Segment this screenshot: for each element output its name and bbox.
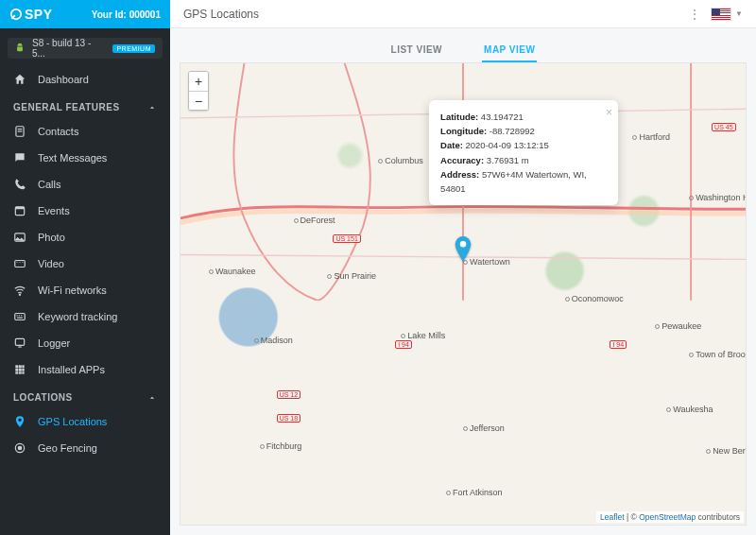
svg-rect-13 <box>17 315 18 316</box>
route-shield: I 94 <box>610 340 627 349</box>
svg-point-8 <box>17 262 18 263</box>
route-shield: US 18 <box>277 414 301 423</box>
sidebar-item-calls[interactable]: Calls <box>0 171 170 198</box>
sms-icon <box>13 151 26 164</box>
sidebar-item-label: Wi-Fi networks <box>38 285 107 296</box>
sidebar-item-video[interactable]: Video <box>0 250 170 277</box>
wifi-icon <box>13 284 26 297</box>
event-icon <box>13 204 26 217</box>
apps-icon <box>13 363 26 376</box>
us-flag-icon <box>711 8 731 21</box>
city-label: Fitchburg <box>260 441 302 451</box>
svg-rect-16 <box>17 318 23 319</box>
language-selector[interactable]: ▼ <box>711 8 743 21</box>
sidebar-item-contacts[interactable]: Contacts <box>0 118 170 145</box>
map-container[interactable]: MadisonDeForestWaunakeeSun PrairieFitchb… <box>180 62 747 526</box>
city-label: DeForest <box>294 216 335 225</box>
svg-rect-14 <box>19 315 20 316</box>
zoom-controls: + − <box>188 71 209 111</box>
sidebar-item-label: Calls <box>38 179 60 190</box>
sidebar-item-label: Dashboard <box>38 74 89 85</box>
sidebar-item-label: Video <box>38 258 64 269</box>
caret-down-icon: ▼ <box>735 9 743 18</box>
sidebar: SPY Your Id: 000001 S8 - build 13 - 5...… <box>0 0 170 535</box>
svg-rect-20 <box>19 365 22 368</box>
keyboard-icon <box>13 310 26 323</box>
svg-rect-21 <box>22 365 24 368</box>
logo-icon <box>9 8 23 21</box>
route-shield: US 151 <box>333 234 360 243</box>
sidebar-item-dashboard[interactable]: Dashboard <box>0 66 170 93</box>
city-label: Lake Mills <box>401 331 445 340</box>
route-shield: US 12 <box>277 390 301 399</box>
android-icon <box>15 43 25 54</box>
svg-rect-15 <box>21 315 22 316</box>
sidebar-item-label: Installed APPs <box>38 364 105 375</box>
svg-rect-27 <box>22 371 24 373</box>
call-icon <box>13 178 26 191</box>
brand-logo: SPY <box>9 7 53 22</box>
city-label: Hartford <box>632 132 670 142</box>
svg-rect-22 <box>15 369 18 371</box>
city-label: Waukesha <box>666 405 713 414</box>
sidebar-item-wifi[interactable]: Wi-Fi networks <box>0 277 170 303</box>
svg-rect-7 <box>15 261 26 268</box>
device-selector[interactable]: S8 - build 13 - 5... PREMIUM <box>8 38 163 59</box>
popup-close-button[interactable]: × <box>606 104 612 122</box>
sidebar-item-label: Contacts <box>38 126 78 137</box>
brand-bar: SPY Your Id: 000001 <box>0 0 170 28</box>
sidebar-item-events[interactable]: Events <box>0 198 170 224</box>
sidebar-item-text-messages[interactable]: Text Messages <box>0 145 170 171</box>
zoom-in-button[interactable]: + <box>189 72 208 91</box>
svg-rect-12 <box>15 314 26 320</box>
section-general-features[interactable]: GENERAL FEATURES <box>0 93 170 118</box>
sidebar-item-label: Geo Fencing <box>38 442 97 454</box>
svg-point-10 <box>22 262 23 263</box>
tab-map-view[interactable]: MAP VIEW <box>482 39 537 62</box>
leaflet-link[interactable]: Leaflet <box>600 512 625 522</box>
sidebar-item-keyword-tracking[interactable]: Keyword tracking <box>0 303 170 330</box>
svg-rect-5 <box>15 207 24 209</box>
city-label: Town of Brookfield <box>689 350 747 359</box>
location-marker[interactable] <box>454 236 472 267</box>
sidebar-item-photo[interactable]: Photo <box>0 224 170 250</box>
popup-accuracy: 3.76931 m <box>487 155 529 165</box>
topbar: GPS Locations ⋮ ▼ <box>170 0 756 28</box>
route-shield: US 45 <box>712 123 735 131</box>
sidebar-item-gps-locations[interactable]: GPS Locations <box>0 408 170 435</box>
svg-rect-17 <box>15 338 24 345</box>
svg-rect-24 <box>22 369 24 371</box>
main: GPS Locations ⋮ ▼ LIST VIEW MAP VIEW <box>170 0 756 535</box>
tab-list-view[interactable]: LIST VIEW <box>389 39 445 62</box>
map-attribution: Leaflet | © OpenStreetMap contributors <box>596 511 744 523</box>
chevron-up-icon <box>147 103 157 112</box>
premium-badge: PREMIUM <box>112 44 155 53</box>
route-shield: I 94 <box>395 340 412 349</box>
svg-rect-2 <box>18 129 23 129</box>
more-menu-button[interactable]: ⋮ <box>688 7 701 22</box>
sidebar-item-label: GPS Locations <box>38 416 107 427</box>
city-label: Washington Heights <box>689 193 747 202</box>
app-root: SPY Your Id: 000001 S8 - build 13 - 5...… <box>0 0 756 535</box>
svg-point-30 <box>460 241 467 248</box>
sidebar-item-label: Keyword tracking <box>38 311 117 322</box>
home-icon <box>13 73 26 86</box>
sidebar-item-logger[interactable]: Logger <box>0 330 170 356</box>
section-locations[interactable]: LOCATIONS <box>0 383 170 408</box>
sidebar-item-label: Text Messages <box>38 152 107 164</box>
sidebar-item-label: Logger <box>38 337 70 349</box>
sidebar-menu: Dashboard GENERAL FEATURES Contacts Text… <box>0 66 170 535</box>
zoom-out-button[interactable]: − <box>189 91 208 110</box>
logger-icon <box>13 337 26 350</box>
popup-longitude: -88.728992 <box>490 126 535 136</box>
photo-icon <box>13 231 26 244</box>
brand-text: SPY <box>25 7 53 22</box>
sidebar-item-label: Photo <box>38 232 65 243</box>
svg-rect-26 <box>19 371 22 373</box>
city-label: Fort Atkinson <box>446 488 503 497</box>
sidebar-item-installed-apps[interactable]: Installed APPs <box>0 356 170 383</box>
your-id: Your Id: 000001 <box>92 9 161 20</box>
sidebar-item-geo-fencing[interactable]: Geo Fencing <box>0 435 170 461</box>
osm-link[interactable]: OpenStreetMap <box>639 512 696 522</box>
geofence-icon <box>13 441 26 455</box>
